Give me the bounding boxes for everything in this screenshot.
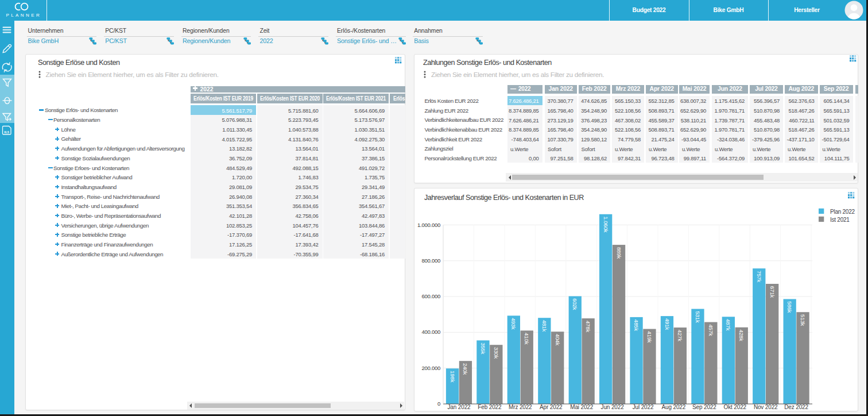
svg-text:198k: 198k [450, 371, 456, 383]
svg-text:485k: 485k [633, 319, 640, 331]
svg-text:889k: 889k [616, 246, 622, 259]
svg-text:200.000: 200.000 [421, 364, 440, 371]
svg-text:457k: 457k [708, 324, 714, 336]
svg-text:Dez 2022: Dez 2022 [784, 404, 808, 410]
svg-text:478k: 478k [585, 320, 591, 332]
svg-text:Jul 2022: Jul 2022 [633, 404, 654, 410]
svg-text:487k: 487k [725, 319, 731, 331]
svg-text:531k: 531k [695, 311, 701, 323]
svg-text:586k: 586k [786, 301, 793, 313]
svg-text:419k: 419k [646, 331, 653, 343]
svg-text:Aug 2022: Aug 2022 [662, 404, 686, 410]
svg-text:427k: 427k [677, 329, 683, 341]
svg-text:Ist 2021: Ist 2021 [830, 216, 850, 222]
svg-text:1.060k: 1.060k [603, 216, 609, 232]
svg-text:671k: 671k [769, 286, 776, 298]
svg-text:Okt 2022: Okt 2022 [724, 404, 747, 410]
svg-text:Mrz 2022: Mrz 2022 [509, 404, 532, 410]
svg-text:Feb 2022: Feb 2022 [478, 404, 502, 410]
svg-text:0: 0 [437, 400, 440, 407]
svg-text:Apr 2022: Apr 2022 [540, 404, 563, 410]
svg-text:Mai 2022: Mai 2022 [570, 404, 594, 410]
svg-text:410k: 410k [524, 333, 530, 345]
svg-text:513k: 513k [800, 314, 806, 326]
svg-text:400.000: 400.000 [421, 329, 440, 335]
svg-text:602k: 602k [572, 298, 578, 310]
svg-text:Plan 2022: Plan 2022 [830, 208, 855, 214]
svg-text:XLS: XLS [4, 131, 9, 134]
svg-text:404k: 404k [555, 334, 561, 346]
svg-text:1.000.000: 1.000.000 [417, 221, 440, 228]
svg-text:481k: 481k [541, 320, 548, 332]
svg-text:493k: 493k [510, 318, 517, 330]
svg-text:600.000: 600.000 [421, 293, 440, 299]
svg-text:Nov 2022: Nov 2022 [754, 404, 778, 410]
svg-text:757k: 757k [756, 271, 762, 283]
svg-text:355k: 355k [480, 342, 486, 355]
svg-text:Jun 2022: Jun 2022 [601, 404, 625, 410]
svg-text:491k: 491k [664, 318, 671, 330]
svg-text:Jan 2022: Jan 2022 [448, 404, 471, 410]
svg-text:800.000: 800.000 [421, 257, 440, 263]
svg-text:Sep 2022: Sep 2022 [692, 404, 716, 410]
svg-text:240k: 240k [462, 363, 468, 375]
svg-text:PLANNER: PLANNER [6, 13, 42, 18]
svg-text:428k: 428k [738, 329, 745, 341]
svg-text:330k: 330k [493, 347, 499, 359]
